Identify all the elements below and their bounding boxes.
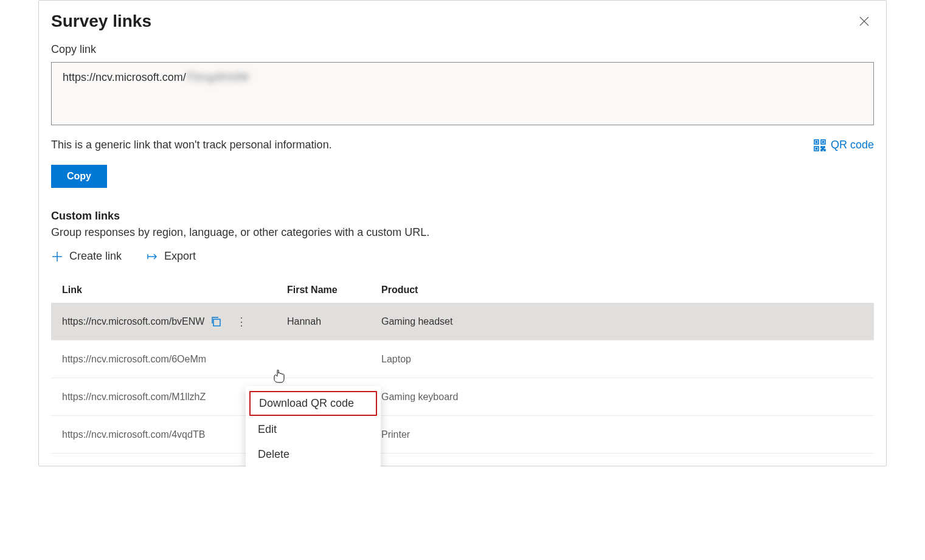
description-row: This is a generic link that won't track … bbox=[51, 139, 874, 151]
create-link-button[interactable]: Create link bbox=[51, 250, 122, 263]
export-label: Export bbox=[164, 250, 196, 263]
generic-link-box[interactable]: https://ncv.microsoft.com/T0mg4Kh0M bbox=[51, 62, 874, 125]
row-link: https://ncv.microsoft.com/6OeMm bbox=[62, 354, 206, 365]
dialog-header: Survey links bbox=[39, 1, 886, 37]
dialog-body: Copy link https://ncv.microsoft.com/T0mg… bbox=[39, 37, 886, 466]
dialog-title: Survey links bbox=[51, 12, 151, 31]
context-item-edit[interactable]: Edit bbox=[246, 417, 381, 442]
generic-link-blurred: T0mg4Kh0M bbox=[186, 71, 249, 84]
table-row[interactable]: https://ncv.microsoft.com/6OeMmLaptop bbox=[51, 340, 874, 378]
export-button[interactable]: Export bbox=[146, 250, 196, 263]
create-link-label: Create link bbox=[69, 250, 122, 263]
qr-code-icon bbox=[814, 139, 826, 151]
row-product: Gaming keyboard bbox=[381, 392, 863, 403]
row-first-name: Hannah bbox=[287, 316, 381, 327]
header-link: Link bbox=[62, 285, 287, 296]
svg-rect-12 bbox=[824, 150, 825, 151]
svg-rect-9 bbox=[823, 147, 825, 148]
row-product: Gaming headset bbox=[381, 316, 863, 327]
svg-rect-11 bbox=[821, 150, 822, 151]
row-product: Printer bbox=[381, 429, 863, 440]
row-link: https://ncv.microsoft.com/bvENW bbox=[62, 316, 204, 327]
plus-icon bbox=[51, 251, 63, 263]
close-icon bbox=[859, 16, 869, 26]
table-row[interactable]: https://ncv.microsoft.com/bvENW⋮HannahGa… bbox=[51, 303, 874, 340]
more-options-button[interactable]: ⋮ bbox=[234, 316, 250, 327]
generic-link-visible: https://ncv.microsoft.com/ bbox=[63, 71, 186, 84]
custom-links-title: Custom links bbox=[51, 210, 874, 223]
table-row[interactable]: https://ncv.microsoft.com/4vqdTBGracePri… bbox=[51, 416, 874, 454]
svg-rect-8 bbox=[821, 147, 822, 148]
copy-link-label: Copy link bbox=[51, 43, 874, 56]
generic-link-description: This is a generic link that won't track … bbox=[51, 139, 332, 151]
table-body: https://ncv.microsoft.com/bvENW⋮HannahGa… bbox=[51, 303, 874, 454]
qr-code-label: QR code bbox=[831, 139, 874, 151]
export-icon bbox=[146, 251, 158, 263]
svg-rect-5 bbox=[822, 141, 823, 142]
custom-links-description: Group responses by region, language, or … bbox=[51, 226, 874, 239]
context-item-download-qr-code[interactable]: Download QR code bbox=[249, 391, 377, 416]
svg-rect-3 bbox=[816, 141, 817, 142]
header-first-name: First Name bbox=[287, 285, 381, 296]
svg-rect-17 bbox=[213, 319, 220, 326]
link-cell: https://ncv.microsoft.com/bvENW⋮ bbox=[62, 316, 287, 327]
context-item-delete[interactable]: Delete bbox=[246, 442, 381, 466]
link-cell: https://ncv.microsoft.com/6OeMm bbox=[62, 354, 287, 365]
header-product: Product bbox=[381, 285, 863, 296]
qr-code-link[interactable]: QR code bbox=[814, 139, 874, 151]
row-context-menu: Download QR codeEditDelete bbox=[246, 386, 381, 466]
custom-links-table: Link First Name Product https://ncv.micr… bbox=[51, 277, 874, 454]
svg-rect-7 bbox=[816, 148, 817, 149]
copy-button[interactable]: Copy bbox=[51, 165, 107, 188]
table-header: Link First Name Product bbox=[51, 277, 874, 303]
custom-actions: Create link Export bbox=[51, 250, 874, 263]
table-row[interactable]: https://ncv.microsoft.com/M1llzhZGaming … bbox=[51, 378, 874, 416]
row-link: https://ncv.microsoft.com/M1llzhZ bbox=[62, 392, 206, 403]
row-link: https://ncv.microsoft.com/4vqdTB bbox=[62, 429, 205, 440]
row-actions: ⋮ bbox=[210, 316, 250, 327]
close-button[interactable] bbox=[854, 12, 874, 31]
copy-icon[interactable] bbox=[210, 316, 221, 327]
survey-links-dialog: Survey links Copy link https://ncv.micro… bbox=[38, 0, 887, 466]
custom-links-section: Custom links Group responses by region, … bbox=[51, 210, 874, 454]
row-product: Laptop bbox=[381, 354, 863, 365]
